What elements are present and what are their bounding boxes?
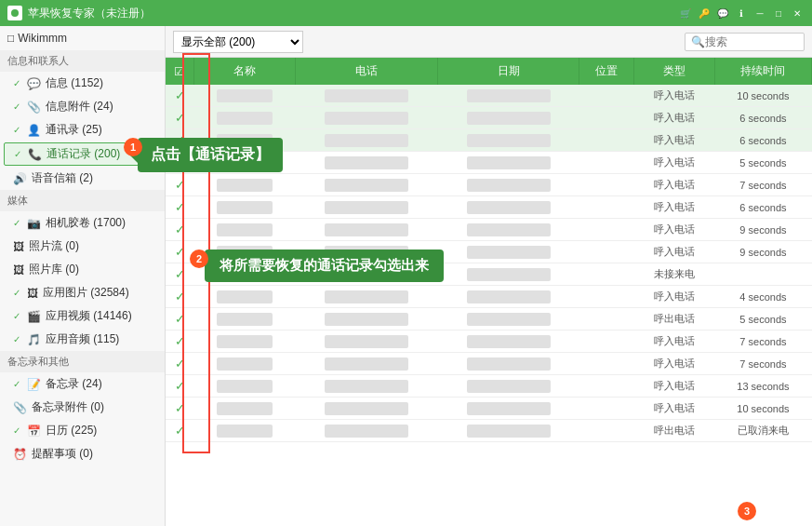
check-icon: ✓ (175, 312, 185, 326)
row-duration (714, 263, 811, 286)
device-name: Wikimmm (18, 32, 67, 45)
row-checkbox[interactable]: ✓ (166, 308, 193, 330)
blurred-date (467, 89, 551, 102)
table-row: ✓ 呼入电话4 seconds (166, 286, 812, 308)
row-checkbox[interactable]: ✓ (166, 219, 193, 241)
row-date (437, 398, 579, 420)
calllog-icon: 📞 (28, 148, 42, 161)
check-icon: ✓ (13, 311, 20, 321)
blurred-phone (325, 290, 408, 303)
row-date (437, 330, 579, 353)
row-phone (295, 308, 437, 330)
row-location (579, 375, 634, 398)
blurred-name (217, 290, 273, 303)
row-duration: 7 seconds (714, 353, 811, 375)
row-checkbox[interactable]: ✓ (166, 286, 193, 308)
appaudio-icon: 🎵 (27, 333, 41, 346)
row-name (193, 219, 295, 241)
table-row: ✓ 呼出电话已取消来电 (166, 420, 812, 442)
sidebar-item-calendar[interactable]: ✓ 📅 日历 (225) (0, 419, 165, 442)
chat-icon[interactable]: 💬 (715, 6, 730, 20)
search-input[interactable] (705, 35, 798, 48)
sidebar-item-messages[interactable]: ✓ 💬 信息 (1152) (0, 72, 165, 95)
row-location (579, 420, 634, 442)
row-date (437, 152, 579, 174)
row-duration: 10 seconds (714, 398, 811, 420)
row-checkbox[interactable]: ✓ (166, 353, 193, 375)
sidebar-item-appimages[interactable]: ✓ 🖼 应用图片 (32584) (0, 281, 165, 304)
row-date (437, 263, 579, 286)
row-phone (295, 375, 437, 398)
row-location (579, 263, 634, 286)
sidebar-item-reminders[interactable]: ⏰ 提醒事项 (0) (0, 442, 165, 465)
col-name: 名称 (193, 58, 295, 85)
sidebar-item-attachments[interactable]: ✓ 📎 信息附件 (24) (0, 95, 165, 118)
blurred-phone (325, 357, 408, 371)
blurred-date (467, 313, 551, 326)
blurred-name (217, 313, 273, 326)
annotation-number-1: 1 (124, 138, 142, 156)
row-duration: 10 seconds (714, 85, 811, 107)
col-check[interactable]: ☑ (166, 58, 193, 85)
col-type: 类型 (634, 58, 714, 85)
row-location (579, 196, 634, 219)
check-icon: ✓ (175, 111, 185, 125)
row-checkbox[interactable]: ✓ (166, 107, 193, 129)
row-name (193, 85, 295, 107)
row-location (579, 286, 634, 308)
blurred-name (217, 223, 273, 236)
sidebar-label-camera: 相机胶卷 (1700) (46, 215, 126, 231)
row-checkbox[interactable]: ✓ (166, 330, 193, 353)
table-row: ✓ 呼入电话7 seconds (166, 330, 812, 353)
sidebar-label-attachments: 信息附件 (24) (46, 99, 113, 115)
sidebar-label-notes: 备忘录 (24) (46, 376, 102, 392)
row-checkbox[interactable]: ✓ (166, 375, 193, 398)
minimize-icon[interactable]: ─ (752, 6, 767, 20)
row-duration: 7 seconds (714, 330, 811, 353)
filter-dropdown[interactable]: 显示全部 (200) (173, 31, 303, 53)
blurred-phone (325, 201, 408, 214)
sidebar-label-notesattach: 备忘录附件 (0) (32, 399, 104, 415)
row-checkbox[interactable]: ✓ (166, 85, 193, 107)
row-checkbox[interactable]: ✓ (166, 420, 193, 442)
cart-icon[interactable]: 🛒 (678, 6, 693, 20)
maximize-icon[interactable]: □ (771, 6, 786, 20)
sidebar-item-camera[interactable]: ✓ 📷 相机胶卷 (1700) (0, 211, 165, 235)
row-checkbox[interactable]: ✓ (166, 398, 193, 420)
close-icon[interactable]: ✕ (790, 6, 805, 20)
table-row: ✓ 呼入电话10 seconds (166, 398, 812, 420)
row-type: 呼入电话 (634, 107, 714, 129)
row-type: 呼出电话 (634, 420, 714, 442)
sidebar-item-notes[interactable]: ✓ 📝 备忘录 (24) (0, 372, 165, 396)
window-controls: 🛒 🔑 💬 ℹ ─ □ ✕ (678, 6, 805, 20)
row-type: 呼入电话 (634, 375, 714, 398)
blurred-date (467, 425, 551, 438)
sidebar-label-reminders: 提醒事项 (0) (32, 446, 93, 462)
row-phone (295, 107, 437, 129)
row-checkbox[interactable]: ✓ (166, 263, 193, 286)
sidebar-item-appaudio[interactable]: ✓ 🎵 应用音频 (115) (0, 328, 165, 351)
device-item[interactable]: □ Wikimmm (0, 26, 165, 50)
sidebar-item-photostream[interactable]: 🖼 照片流 (0) (0, 235, 165, 258)
info-icon[interactable]: ℹ (734, 6, 749, 20)
blurred-phone (325, 112, 408, 125)
row-date (437, 241, 579, 263)
camera-icon: 📷 (27, 217, 41, 230)
row-duration: 6 seconds (714, 129, 811, 152)
key-icon[interactable]: 🔑 (697, 6, 712, 20)
blurred-phone (325, 335, 408, 348)
row-date (437, 375, 579, 398)
row-checkbox[interactable]: ✓ (166, 196, 193, 219)
sidebar-item-notesattach[interactable]: 📎 备忘录附件 (0) (0, 396, 165, 419)
sidebar-item-photolibrary[interactable]: 🖼 照片库 (0) (0, 258, 165, 281)
check-icon: ✓ (13, 425, 20, 436)
blurred-date (467, 380, 551, 393)
row-type: 呼入电话 (634, 129, 714, 152)
check-icon: ✓ (175, 334, 185, 348)
blurred-date (467, 112, 551, 125)
blurred-phone (325, 380, 408, 393)
row-checkbox[interactable]: ✓ (166, 174, 193, 196)
row-phone (295, 129, 437, 152)
sidebar-item-appvideo[interactable]: ✓ 🎬 应用视频 (14146) (0, 304, 165, 328)
check-icon: ✓ (175, 401, 185, 415)
